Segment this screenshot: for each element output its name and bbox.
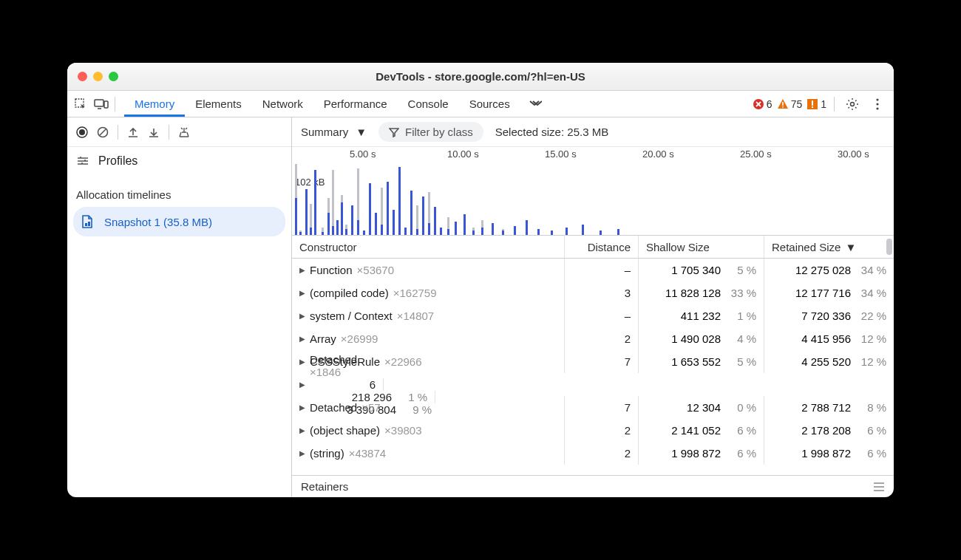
table-row[interactable]: ▶ (compiled code) ×162759311 828 12833 %…	[292, 281, 894, 304]
chart-tick: 20.00 s	[642, 148, 674, 160]
panel-tabs: MemoryElementsNetworkPerformanceConsoleS…	[124, 91, 520, 117]
constructor-name: Detached	[310, 401, 357, 414]
table-row[interactable]: ▶ Detached ×57712 3040 %2 788 7128 %	[292, 396, 894, 419]
tab-sources[interactable]: Sources	[459, 91, 520, 117]
distance-cell: –	[565, 304, 639, 327]
constructor-name: system / Context	[310, 310, 393, 322]
retainers-title: Retainers	[301, 480, 348, 493]
retainers-panel-header[interactable]: Retainers	[292, 475, 894, 497]
column-header-shallow-size[interactable]: Shallow Size	[639, 236, 764, 258]
device-toggle-icon[interactable]	[91, 94, 112, 115]
distance-cell: 2	[565, 442, 639, 465]
upload-icon[interactable]	[123, 122, 143, 143]
expand-triangle-icon[interactable]: ▶	[299, 380, 305, 389]
distance-cell: 7	[565, 396, 639, 419]
svg-rect-5	[782, 106, 784, 108]
column-header-constructor[interactable]: Constructor	[292, 236, 565, 258]
scrollbar-thumb[interactable]	[886, 239, 892, 255]
constructor-count: ×57	[361, 401, 380, 414]
distance-cell: 2	[565, 419, 639, 442]
allocation-timeline-chart[interactable]: 5.00 s10.00 s15.00 s20.00 s25.00 s30.00 …	[292, 147, 894, 236]
constructor-count: ×26999	[341, 332, 378, 345]
sidebar-item-snapshot-1[interactable]: Snapshot 1 (35.8 MB)	[73, 207, 285, 236]
tab-memory[interactable]: Memory	[124, 91, 185, 117]
record-icon[interactable]	[72, 122, 92, 143]
heap-view-toolbar: Summary ▼ Filter by class Selected size:…	[292, 117, 894, 147]
traffic-lights	[78, 72, 118, 81]
chart-tick: 25.00 s	[740, 148, 772, 160]
sidebar-toolbar	[67, 117, 291, 147]
svg-rect-7	[812, 100, 813, 106]
svg-rect-1	[95, 100, 103, 106]
divider	[834, 97, 835, 112]
clear-icon[interactable]	[92, 122, 113, 143]
chart-bars	[292, 164, 894, 235]
table-row[interactable]: ▶ Function ×53670–1 705 3405 %12 275 028…	[292, 259, 894, 281]
svg-rect-4	[782, 102, 784, 106]
column-header-distance[interactable]: Distance	[565, 236, 639, 258]
expand-triangle-icon[interactable]: ▶	[299, 289, 305, 297]
profiles-section[interactable]: Profiles	[67, 147, 291, 175]
expand-triangle-icon[interactable]: ▶	[299, 335, 305, 343]
constructor-count: ×53670	[357, 264, 394, 276]
window-close-button[interactable]	[78, 72, 87, 81]
tab-performance[interactable]: Performance	[313, 91, 398, 117]
table-header: Constructor Distance Shallow Size Retain…	[292, 236, 894, 259]
snapshot-file-icon	[81, 214, 94, 229]
distance-cell: 2	[565, 327, 639, 350]
expand-triangle-icon[interactable]: ▶	[299, 358, 305, 366]
chart-tick: 10.00 s	[447, 148, 479, 160]
tab-console[interactable]: Console	[398, 91, 459, 117]
inspect-element-icon[interactable]	[70, 94, 91, 115]
window-maximize-button[interactable]	[109, 72, 118, 81]
retained-size-cell: 7 720 33622 %	[764, 304, 894, 327]
expand-triangle-icon[interactable]: ▶	[299, 449, 305, 457]
tab-network[interactable]: Network	[252, 91, 313, 117]
window-title: DevTools - store.google.com/?hl=en-US	[67, 70, 894, 83]
class-filter-input[interactable]: Filter by class	[378, 122, 483, 142]
divider	[118, 125, 118, 140]
expand-triangle-icon[interactable]: ▶	[299, 426, 305, 434]
main-panel: Summary ▼ Filter by class Selected size:…	[292, 117, 894, 497]
allocation-timelines-heading: Allocation timelines	[67, 175, 291, 207]
table-row[interactable]: ▶ Detached ×18466218 2961 %3 390 8049 %	[292, 373, 894, 396]
view-mode-dropdown[interactable]: Summary ▼	[301, 126, 367, 138]
expand-triangle-icon[interactable]: ▶	[299, 403, 305, 412]
distance-cell: 7	[565, 350, 639, 373]
column-header-retained-size[interactable]: Retained Size ▼	[764, 236, 894, 258]
settings-icon[interactable]	[842, 94, 863, 115]
sort-descending-icon: ▼	[845, 241, 856, 253]
error-count[interactable]: 6	[753, 98, 772, 110]
sidebar: Profiles Allocation timelines Snapshot 1…	[67, 117, 292, 497]
warning-count[interactable]: 75	[777, 98, 803, 110]
tab-elements[interactable]: Elements	[185, 91, 252, 117]
kebab-menu-icon[interactable]	[867, 94, 888, 115]
divider	[115, 97, 115, 112]
expand-triangle-icon[interactable]: ▶	[299, 266, 305, 274]
retained-size-cell: 1 998 8726 %	[764, 442, 894, 465]
window-minimize-button[interactable]	[93, 72, 103, 81]
hamburger-menu-icon[interactable]	[873, 482, 885, 491]
distance-cell: 3	[565, 281, 639, 304]
table-row[interactable]: ▶ (string) ×4387421 998 8726 %1 998 8726…	[292, 442, 894, 465]
more-tabs-icon[interactable]	[525, 94, 546, 115]
content-area: Profiles Allocation timelines Snapshot 1…	[67, 117, 894, 497]
constructor-name: (compiled code)	[310, 287, 389, 299]
table-row[interactable]: ▶ system / Context ×14807–411 2321 %7 72…	[292, 304, 894, 327]
warning-count-value: 75	[791, 98, 803, 110]
table-row[interactable]: ▶ Array ×2699921 490 0284 %4 415 95612 %	[292, 327, 894, 350]
distance-cell: 6	[310, 378, 384, 391]
issue-icon	[807, 98, 818, 110]
download-icon[interactable]	[143, 122, 164, 143]
garbage-collect-icon[interactable]	[174, 122, 194, 143]
svg-point-10	[876, 98, 878, 100]
constructor-count: ×1846	[310, 366, 341, 378]
table-row[interactable]: ▶ (object shape) ×3980322 141 0526 %2 17…	[292, 419, 894, 442]
error-icon	[753, 98, 764, 110]
expand-triangle-icon[interactable]: ▶	[299, 312, 305, 320]
shallow-size-cell: 1 490 0284 %	[639, 327, 764, 350]
issue-count[interactable]: 1	[807, 98, 826, 110]
issue-count-value: 1	[821, 98, 826, 110]
profiles-label: Profiles	[98, 154, 137, 168]
toolbar-status: 6 75 1	[753, 94, 891, 115]
